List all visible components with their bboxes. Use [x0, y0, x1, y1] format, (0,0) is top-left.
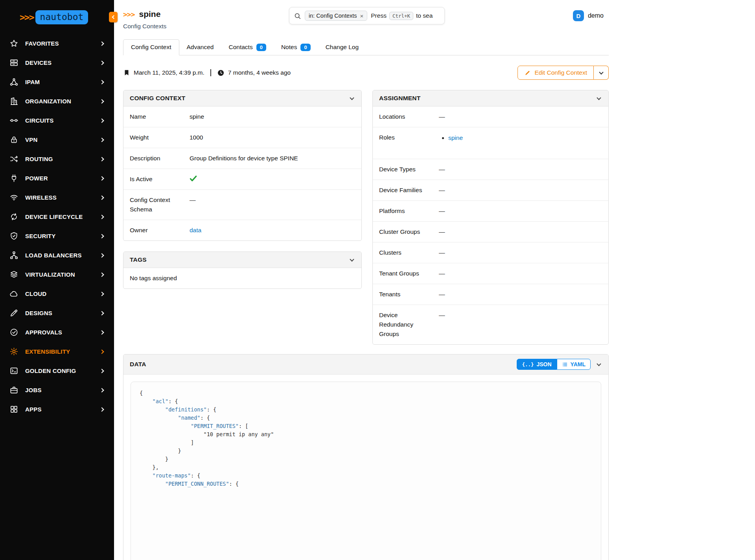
field-value: —	[439, 112, 602, 121]
assignment-panel: ASSIGNMENT Locations — Roles spine	[372, 90, 609, 345]
sidebar-item-cloud[interactable]: CLOUD	[0, 284, 114, 303]
approvals-icon	[9, 328, 20, 337]
sidebar-item-label: ORGANIZATION	[25, 98, 71, 105]
collapse-panel-icon[interactable]	[350, 97, 355, 99]
edit-button-label: Edit Config Context	[534, 69, 587, 76]
field-row-clusters: Clusters —	[373, 242, 608, 263]
chevron-right-icon	[100, 177, 103, 180]
yaml-format-button[interactable]: YAML	[557, 359, 591, 370]
field-value: —	[439, 269, 602, 278]
tab-contacts[interactable]: Contacts0	[221, 39, 273, 55]
field-label: Owner	[130, 226, 190, 235]
vpn-icon	[9, 135, 20, 144]
jobs-icon	[9, 386, 20, 395]
clock-icon	[217, 69, 225, 77]
search-hint: Press Ctrl+K to sea	[371, 12, 433, 20]
owner-link[interactable]: data	[190, 227, 201, 233]
field-row-description: Description Group Definitions for device…	[123, 148, 361, 169]
field-label: Name	[130, 112, 190, 121]
list-icon	[562, 362, 568, 367]
sidebar-item-virtualization[interactable]: VIRTUALIZATION	[0, 265, 114, 284]
edit-dropdown-button[interactable]	[594, 66, 609, 80]
field-row-name: Name spine	[123, 106, 361, 127]
field-value: 1000	[190, 133, 355, 142]
logo-arrows-icon: >>>	[20, 12, 34, 22]
contacts-count-badge: 0	[256, 44, 266, 51]
field-row-device-redundancy-groups: Device Redundancy Groups —	[373, 305, 608, 344]
chevron-right-icon	[100, 196, 103, 199]
sidebar-item-power[interactable]: POWER	[0, 169, 114, 188]
sidebar-item-circuits[interactable]: CIRCUITS	[0, 111, 114, 130]
tab-label: Change Log	[326, 44, 359, 51]
filter-chip-label: in: Config Contexts	[309, 13, 357, 19]
sidebar-item-extensibility[interactable]: EXTENSIBILITY	[0, 342, 114, 361]
sidebar-item-label: ROUTING	[25, 156, 53, 162]
tab-advanced[interactable]: Advanced	[179, 39, 221, 55]
sidebar-item-apps[interactable]: APPS	[0, 400, 114, 419]
sidebar-item-label: APPROVALS	[25, 329, 62, 336]
data-panel: DATA {..} JSON YAML	[123, 354, 609, 560]
sidebar-item-favorites[interactable]: FAVORITES	[0, 34, 114, 53]
user-menu[interactable]: D demo	[573, 10, 604, 21]
sidebar-item-label: FAVORITES	[25, 40, 59, 47]
field-row-platforms: Platforms —	[373, 201, 608, 222]
sidebar-item-vpn[interactable]: VPN	[0, 130, 114, 149]
sidebar-item-approvals[interactable]: APPROVALS	[0, 323, 114, 342]
sidebar-item-security[interactable]: SECURITY	[0, 226, 114, 246]
sidebar-collapse-button[interactable]	[109, 12, 118, 22]
sidebar-item-label: DEVICES	[25, 59, 52, 66]
sidebar-item-ipam[interactable]: IPAM	[0, 72, 114, 92]
nautobot-logo[interactable]: >>> nautobot	[0, 0, 114, 24]
breadcrumb[interactable]: Config Contexts	[123, 23, 166, 30]
field-label: Locations	[379, 112, 439, 121]
field-label: Description	[130, 154, 190, 163]
updated-relative-time: 7 months, 4 weeks ago	[228, 69, 291, 76]
page-header: >>> spine Config Contexts in: Config Con…	[123, 0, 609, 38]
json-format-button[interactable]: {..} JSON	[517, 359, 556, 370]
field-label: Device Types	[379, 165, 439, 174]
created-timestamp: March 11, 2025, 4:39 p.m.	[134, 69, 204, 76]
collapse-panel-icon[interactable]	[597, 97, 602, 99]
tab-label: Notes	[281, 44, 297, 51]
field-label: Cluster Groups	[379, 227, 439, 237]
edit-config-context-button[interactable]: Edit Config Context	[517, 66, 594, 80]
sidebar-item-golden-config[interactable]: GOLDEN CONFIG	[0, 361, 114, 380]
field-label: Is Active	[130, 174, 190, 184]
sidebar-item-load-balancers[interactable]: LOAD BALANCERS	[0, 246, 114, 265]
sidebar-item-device-lifecycle[interactable]: DEVICE LIFECYCLE	[0, 207, 114, 226]
format-toggle: {..} JSON YAML	[517, 359, 591, 370]
designs-icon	[9, 308, 20, 318]
collapse-panel-icon[interactable]	[597, 364, 602, 365]
tab-notes[interactable]: Notes0	[274, 39, 318, 55]
sidebar-item-label: WIRELESS	[25, 194, 57, 201]
tab-config-context[interactable]: Config Context	[123, 39, 179, 55]
username: demo	[588, 12, 604, 19]
field-label: Device Families	[379, 185, 439, 195]
sidebar-item-organization[interactable]: ORGANIZATION	[0, 92, 114, 111]
sidebar-item-routing[interactable]: ROUTING	[0, 149, 114, 169]
field-value: —	[439, 206, 602, 216]
role-link[interactable]: spine	[448, 134, 463, 141]
sidebar-item-label: APPS	[25, 406, 42, 413]
sidebar-item-wireless[interactable]: WIRELESS	[0, 188, 114, 207]
sidebar-item-devices[interactable]: DEVICES	[0, 53, 114, 72]
search-input[interactable]: in: Config Contexts × Press Ctrl+K to se…	[289, 7, 445, 24]
star-icon	[9, 39, 20, 48]
sidebar-item-label: JOBS	[25, 387, 42, 393]
chevron-right-icon	[100, 235, 103, 238]
sidebar-item-label: CIRCUITS	[25, 117, 53, 124]
field-row-tenant-groups: Tenant Groups —	[373, 263, 608, 284]
chevron-right-icon	[100, 61, 103, 64]
sidebar-item-jobs[interactable]: JOBS	[0, 380, 114, 400]
tab-label: Config Context	[131, 44, 171, 51]
field-row-cluster-groups: Cluster Groups —	[373, 222, 608, 242]
chevron-right-icon	[100, 158, 103, 161]
collapse-panel-icon[interactable]	[350, 259, 355, 261]
sidebar-item-label: IPAM	[25, 79, 40, 85]
app: >>> nautobot FAVORITES DEVICES IPAM	[0, 0, 755, 560]
sidebar-item-designs[interactable]: DESIGNS	[0, 303, 114, 323]
chevron-right-icon	[100, 292, 103, 296]
remove-filter-icon[interactable]: ×	[360, 13, 364, 19]
routing-icon	[9, 154, 20, 163]
tab-change-log[interactable]: Change Log	[318, 39, 366, 55]
